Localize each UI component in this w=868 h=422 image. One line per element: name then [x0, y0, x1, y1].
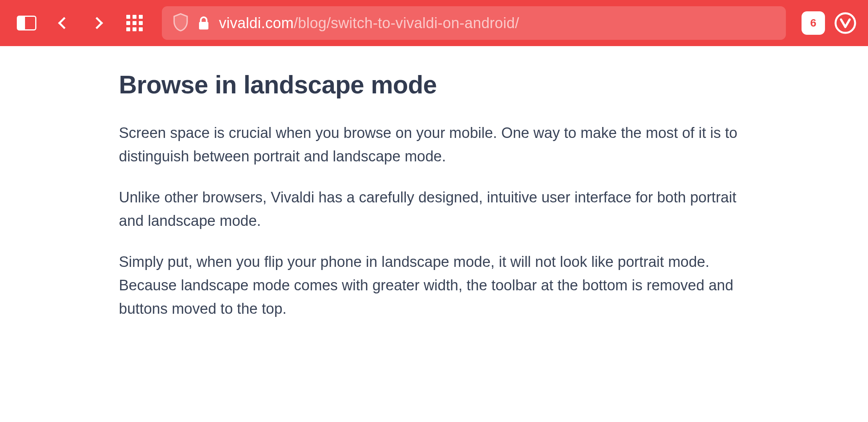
article-heading: Browse in landscape mode: [119, 70, 749, 99]
chevron-left-icon: [58, 17, 70, 29]
lock-icon: [198, 16, 210, 30]
vivaldi-logo-icon: [834, 12, 856, 34]
vivaldi-menu-button[interactable]: [834, 11, 857, 35]
panel-toggle-button[interactable]: [11, 7, 42, 39]
browser-toolbar: vivaldi.com/blog/switch-to-vivaldi-on-an…: [0, 0, 868, 46]
article-paragraph: Unlike other browsers, Vivaldi has a car…: [119, 186, 749, 232]
back-button[interactable]: [47, 7, 78, 39]
tab-count-button[interactable]: 6: [802, 11, 825, 35]
grid-icon: [126, 15, 143, 31]
forward-button[interactable]: [83, 7, 114, 39]
speed-dial-button[interactable]: [119, 7, 150, 39]
article-paragraph: Simply put, when you flip your phone in …: [119, 250, 749, 320]
svg-point-1: [836, 13, 855, 33]
article-paragraph: Screen space is crucial when you browse …: [119, 121, 749, 168]
url-path: /blog/switch-to-vivaldi-on-android/: [294, 15, 519, 31]
chevron-right-icon: [91, 17, 103, 29]
address-bar[interactable]: vivaldi.com/blog/switch-to-vivaldi-on-an…: [162, 6, 786, 40]
svg-rect-0: [199, 22, 208, 30]
shield-icon[interactable]: [173, 13, 188, 33]
page-content: Browse in landscape mode Screen space is…: [0, 46, 868, 320]
url-text: vivaldi.com/blog/switch-to-vivaldi-on-an…: [219, 15, 519, 32]
tab-count-value: 6: [810, 17, 816, 29]
url-domain: vivaldi.com: [219, 15, 294, 31]
panel-icon: [17, 16, 36, 30]
